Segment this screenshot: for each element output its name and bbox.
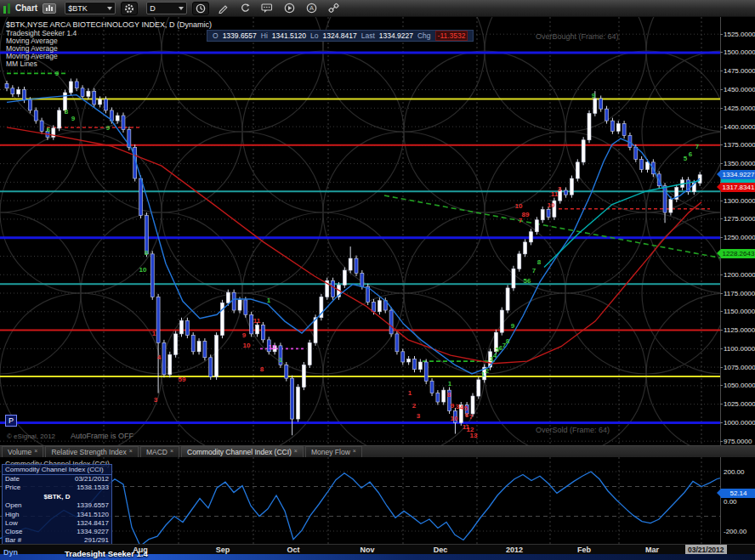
chevron-down-icon[interactable]: [179, 7, 184, 10]
indicator-tab-bar: Volume×Relative Strength Index×MACD×Comm…: [0, 445, 755, 457]
price-tick-label: 1275.0000: [724, 215, 755, 223]
field-value: 1339.6557: [77, 501, 109, 510]
td-count: 6: [465, 411, 468, 419]
link-icon: [328, 3, 339, 14]
auto-run-button[interactable]: A: [303, 2, 320, 15]
price-axis[interactable]: 1525.00001500.00001475.00001450.00001425…: [720, 17, 755, 445]
symbol-input[interactable]: $BTK: [65, 2, 116, 14]
slow-ma-line: [7, 127, 701, 364]
symbol-value: $BTK: [68, 4, 104, 13]
overbought-label: OverBought (Frame: 64): [536, 32, 619, 41]
quote-board-button[interactable]: [258, 2, 275, 15]
candle-body: [180, 320, 184, 334]
td-count: 2: [485, 367, 489, 375]
gann-circle: [242, 51, 404, 212]
change-value: -11.3532: [435, 31, 468, 41]
autoframe-status: AutoFrame is OFF: [71, 432, 133, 440]
tab-close-icon[interactable]: ×: [129, 448, 133, 454]
candle-body: [500, 310, 503, 332]
time-settings-button[interactable]: [192, 2, 209, 15]
price-tick-label: 1300.0000: [724, 197, 755, 205]
candle-body: [430, 382, 434, 393]
candle-body: [261, 325, 264, 339]
cci-tick-label: 200.00: [724, 468, 744, 476]
td-count: 11: [253, 317, 260, 325]
main-chart-plot[interactable]: $BTK,NYSE ARCA BIOTECHNOLOGY INDEX, D (D…: [0, 17, 720, 445]
td-count: 9: [592, 92, 595, 99]
replay-button[interactable]: [281, 2, 298, 15]
tab-volume[interactable]: Volume×: [2, 446, 43, 457]
reload-button[interactable]: [236, 2, 253, 15]
td-count: 1: [448, 380, 451, 387]
td-count: 10: [451, 415, 458, 422]
tab-close-icon[interactable]: ×: [170, 448, 173, 454]
chart-type-badge[interactable]: [43, 3, 56, 14]
td-count: 8: [145, 249, 148, 257]
price-tick-label: 1525.0000: [724, 31, 755, 38]
dyn-button[interactable]: Dyn: [3, 548, 18, 557]
price-tick-label: 1125.0000: [724, 326, 755, 334]
symbol-settings-button[interactable]: [121, 2, 138, 15]
data-window[interactable]: Commodity Channel Index (CCI) Date03/21/…: [2, 464, 112, 549]
candle-body: [378, 301, 381, 312]
td-count: 59: [179, 376, 186, 383]
candle-body: [547, 210, 550, 218]
data-window-row: Date03/21/2012: [3, 475, 111, 484]
candle-body: [174, 334, 178, 354]
tab-close-icon[interactable]: ×: [353, 448, 356, 454]
link-tools-button[interactable]: [325, 2, 342, 15]
field-label: Open: [5, 501, 22, 510]
tab-close-icon[interactable]: ×: [294, 448, 298, 454]
gann-circle: [485, 132, 646, 293]
price-tick-label: 1050.0000: [724, 382, 755, 389]
candle-body: [168, 354, 172, 375]
tab-relative-strength-index[interactable]: Relative Strength Index×: [45, 446, 138, 457]
td-count: 4: [157, 354, 161, 361]
cci-tick-label: -200.00: [724, 528, 746, 535]
candle-body: [28, 100, 31, 110]
field-value: 1334.9227: [77, 528, 109, 536]
candle-body: [343, 270, 346, 285]
price-tick-label: 1000.0000: [724, 419, 755, 427]
candle-body: [576, 162, 579, 178]
data-window-symbol: $BTK, D: [3, 492, 111, 501]
candle-body: [512, 269, 515, 288]
data-window-row: Low1324.8417: [3, 519, 111, 528]
data-window-row: High1341.5120: [3, 511, 111, 519]
chevron-down-icon[interactable]: [107, 7, 112, 10]
candle-body: [139, 178, 143, 216]
candle-body: [413, 359, 417, 370]
candle-body: [518, 254, 521, 269]
candle-body: [424, 362, 428, 382]
td-count: 1: [481, 371, 485, 378]
price-tick-label: 1450.0000: [724, 86, 755, 93]
gann-circle: [0, 51, 81, 212]
td-count: 6: [689, 150, 692, 158]
candlestick-chart-canvas: [0, 17, 720, 445]
data-window-row: Close1334.9227: [3, 528, 111, 536]
high-label: Hi: [261, 31, 268, 40]
candle-body: [99, 99, 102, 105]
field-label: Date: [5, 475, 20, 484]
tab-macd[interactable]: MACD×: [140, 446, 179, 457]
td-count: 8: [537, 258, 541, 266]
tab-close-icon[interactable]: ×: [34, 448, 37, 454]
candle-body: [75, 82, 78, 88]
candle-body: [122, 116, 125, 130]
price-tag: 1317.8341: [721, 183, 755, 192]
draw-tool-button[interactable]: [214, 2, 231, 15]
td-count: 3: [154, 396, 157, 404]
change-label: Chg: [417, 31, 431, 40]
price-tick-label: 1500.0000: [724, 48, 755, 56]
td-count: 56: [524, 277, 531, 285]
interval-input[interactable]: D: [146, 2, 187, 14]
tab-commodity-channel-index-cci-[interactable]: Commodity Channel Index (CCI)×: [181, 446, 304, 457]
cci-axis[interactable]: 200.000.00-200.0052.14: [720, 457, 755, 544]
field-value: 1341.5120: [77, 511, 109, 519]
price-tag: 1228.2643: [721, 249, 755, 258]
p-tool-marker[interactable]: P: [5, 415, 17, 427]
gann-circle: [642, 51, 720, 212]
tab-money-flow[interactable]: Money Flow×: [305, 446, 362, 457]
chart-title: $BTK,NYSE ARCA BIOTECHNOLOGY INDEX, D (D…: [6, 20, 212, 29]
data-window-row: Open1339.6557: [3, 501, 111, 510]
